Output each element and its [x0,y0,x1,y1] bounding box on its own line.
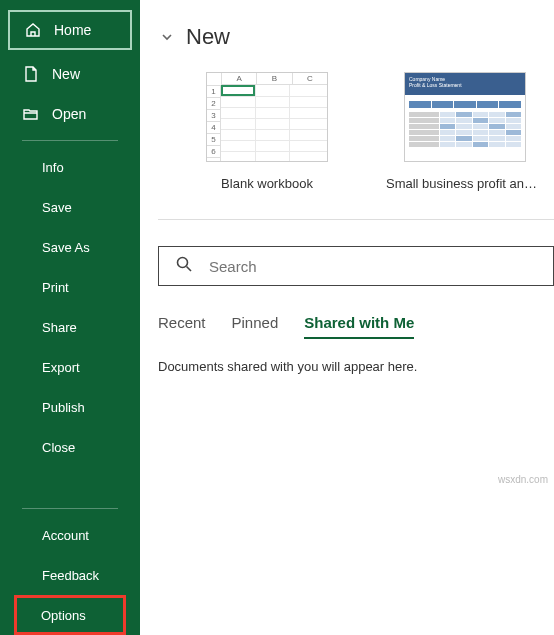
sidebar-item-share[interactable]: Share [0,307,140,347]
search-icon [175,255,193,277]
sidebar-divider [22,140,118,141]
main-panel: New ABC 1234567 Blank workbook Company [140,0,554,635]
sidebar-label: Home [54,22,91,38]
tab-pinned[interactable]: Pinned [232,314,279,339]
watermark: wsxdn.com [498,474,548,485]
sidebar-item-account[interactable]: Account [0,515,140,555]
template-label: Blank workbook [221,176,313,191]
divider [158,219,554,220]
new-file-icon [22,65,40,83]
template-thumbnail: ABC 1234567 [206,72,328,162]
sidebar-item-save[interactable]: Save [0,187,140,227]
sidebar-item-publish[interactable]: Publish [0,387,140,427]
tab-shared-with-me[interactable]: Shared with Me [304,314,414,339]
recent-tabs: Recent Pinned Shared with Me [158,314,554,339]
sidebar-item-open[interactable]: Open [0,94,140,134]
sidebar-item-export[interactable]: Export [0,347,140,387]
sidebar-item-new[interactable]: New [0,54,140,94]
template-small-business[interactable]: Company NameProfit & Loss Statement Smal… [386,72,544,191]
template-blank-workbook[interactable]: ABC 1234567 Blank workbook [188,72,346,191]
svg-point-0 [178,258,188,268]
template-thumbnail: Company NameProfit & Loss Statement [404,72,526,162]
backstage-sidebar: Home New Open Info Save Save As Print Sh… [0,0,140,635]
sidebar-item-close[interactable]: Close [0,427,140,467]
section-header: New [158,24,554,50]
sidebar-item-feedback[interactable]: Feedback [0,555,140,595]
sidebar-label: New [52,66,80,82]
sidebar-label: Open [52,106,86,122]
sidebar-item-save-as[interactable]: Save As [0,227,140,267]
home-icon [24,21,42,39]
sidebar-item-home[interactable]: Home [8,10,132,50]
sidebar-item-print[interactable]: Print [0,267,140,307]
search-box[interactable] [158,246,554,286]
section-title: New [186,24,230,50]
template-label: Small business profit and los... [386,176,544,191]
sidebar-divider [22,508,118,509]
sidebar-item-options[interactable]: Options [14,595,126,635]
tab-recent[interactable]: Recent [158,314,206,339]
sidebar-item-info[interactable]: Info [0,147,140,187]
empty-state-message: Documents shared with you will appear he… [158,359,554,374]
template-gallery: ABC 1234567 Blank workbook Company NameP… [188,72,554,191]
folder-open-icon [22,105,40,123]
chevron-down-icon[interactable] [158,28,176,46]
search-input[interactable] [209,258,537,275]
